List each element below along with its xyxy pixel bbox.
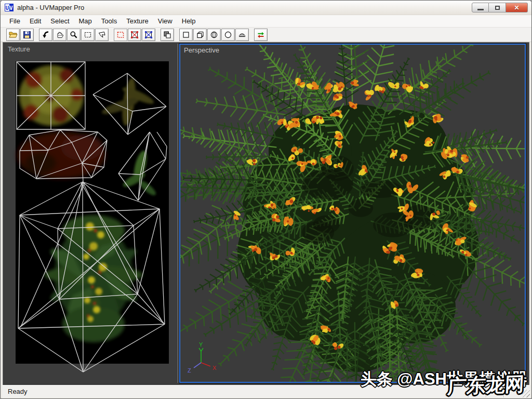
pan-hand-icon xyxy=(56,31,64,39)
menu-file[interactable]: File xyxy=(5,16,25,26)
window-title: alpha - UVMapper Pro xyxy=(17,4,84,11)
zoom-tool-button[interactable] xyxy=(67,29,81,41)
open-icon xyxy=(9,31,18,38)
save-button[interactable] xyxy=(20,29,34,41)
menu-bar: File Edit Select Map Tools Texture View … xyxy=(1,15,531,28)
maximize-icon xyxy=(495,6,500,10)
plant-3d-render: Y X Z xyxy=(180,45,525,382)
planar-mapping-icon xyxy=(182,31,190,39)
marquee-select-icon xyxy=(84,31,92,39)
perspective-viewport[interactable]: Perspective Y X Z xyxy=(179,44,526,383)
facet-select-blue-button[interactable] xyxy=(142,29,155,41)
texture-panel-title: Texture xyxy=(8,45,30,53)
axis-x-label: X xyxy=(212,365,217,371)
menu-map[interactable]: Map xyxy=(74,16,97,26)
facet-select-red-icon xyxy=(130,31,139,39)
cylindrical-mapping-button[interactable] xyxy=(207,29,221,41)
menu-select[interactable]: Select xyxy=(46,16,74,26)
facet-select-red-button[interactable] xyxy=(128,29,141,41)
lasso-tool-button[interactable] xyxy=(95,29,109,41)
planar-mapping-button[interactable] xyxy=(179,29,193,41)
perspective-panel-title: Perspective xyxy=(184,46,219,54)
lasso-select-icon xyxy=(98,31,106,39)
status-cell xyxy=(468,385,486,397)
swap-uv-button[interactable] xyxy=(254,29,268,41)
spherical-mapping-icon xyxy=(224,31,232,39)
spherical-mapping-button[interactable] xyxy=(221,29,235,41)
client-area: Texture xyxy=(3,42,529,385)
save-icon xyxy=(23,31,31,39)
app-window: UV alpha - UVMapper Pro ✕ File Edit Sele… xyxy=(0,0,532,399)
minimize-button[interactable] xyxy=(472,3,489,12)
uv-selection-mode-button[interactable] xyxy=(114,29,127,41)
cylindrical-mapping-icon xyxy=(210,31,218,39)
box-mapping-button[interactable] xyxy=(193,29,207,41)
axis-y-label: Y xyxy=(199,341,203,348)
close-icon: ✕ xyxy=(514,4,519,11)
swap-uv-icon xyxy=(257,31,265,39)
status-cell xyxy=(486,385,503,397)
axis-gizmo: Y X Z xyxy=(188,341,217,374)
facet-select-blue-icon xyxy=(144,31,153,39)
menu-view[interactable]: View xyxy=(153,16,177,26)
status-cell xyxy=(503,385,521,397)
menu-tools[interactable]: Tools xyxy=(97,16,122,26)
select-tool-button[interactable] xyxy=(39,29,52,41)
uv-map-canvas xyxy=(4,44,178,382)
menu-help[interactable]: Help xyxy=(177,16,201,26)
zoom-magnifier-icon xyxy=(70,31,78,39)
toolbar xyxy=(1,28,531,42)
app-uv-icon: UV xyxy=(5,4,14,11)
resize-grip[interactable] xyxy=(522,390,530,397)
menu-texture[interactable]: Texture xyxy=(122,16,153,26)
status-message: Ready xyxy=(8,388,28,395)
status-cells xyxy=(468,385,521,397)
menu-edit[interactable]: Edit xyxy=(25,16,46,26)
axis-z-label: Z xyxy=(188,367,191,374)
select-arrow-icon xyxy=(42,31,50,39)
close-button[interactable]: ✕ xyxy=(506,3,528,12)
window-controls: ✕ xyxy=(472,3,528,12)
marquee-tool-button[interactable] xyxy=(81,29,95,41)
cylindrical-cap-mapping-icon xyxy=(238,31,246,39)
minimize-icon xyxy=(477,9,484,10)
title-bar[interactable]: UV alpha - UVMapper Pro ✕ xyxy=(1,1,531,15)
cylindrical-cap-mapping-button[interactable] xyxy=(235,29,249,41)
copy-texture-icon xyxy=(163,31,171,39)
pan-tool-button[interactable] xyxy=(53,29,66,41)
uv-selection-mode-icon xyxy=(116,31,125,39)
open-button[interactable] xyxy=(6,29,20,41)
box-mapping-icon xyxy=(196,31,204,39)
status-bar: Ready xyxy=(2,385,530,397)
copy-texture-button[interactable] xyxy=(161,29,174,41)
texture-viewport[interactable]: Texture xyxy=(4,44,178,383)
maximize-button[interactable] xyxy=(489,3,506,12)
